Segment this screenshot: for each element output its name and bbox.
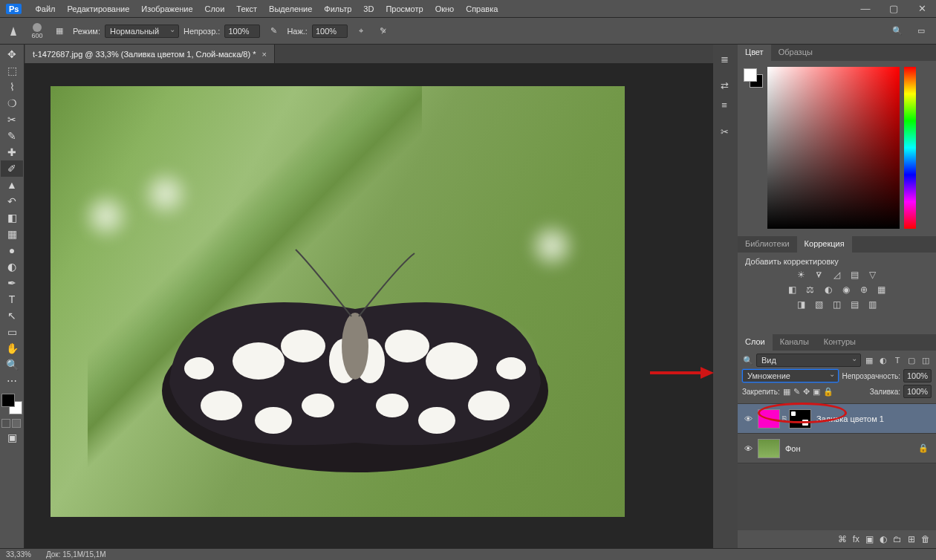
blend-mode-select[interactable]: Нормальный	[105, 25, 179, 38]
window-minimize-icon[interactable]: —	[851, 1, 880, 17]
new-adjustment-layer-icon[interactable]: ◐	[880, 534, 887, 544]
marquee-tool[interactable]: ⬚	[1, 62, 23, 79]
current-tool-icon[interactable]	[6, 22, 24, 40]
link-layers-icon[interactable]: ⌘	[838, 534, 847, 544]
foreground-color-swatch[interactable]	[1, 394, 15, 407]
tab-channels[interactable]: Каналы	[773, 334, 816, 351]
dodge-tool[interactable]: ◐	[1, 258, 23, 275]
filter-type-icon[interactable]: T	[891, 356, 903, 365]
layer-item[interactable]: 👁 ⎘ Заливка цветом 1	[738, 404, 936, 434]
tablet-pressure-icon[interactable]: ✎̷	[374, 22, 392, 40]
filter-pixel-icon[interactable]: ▦	[863, 356, 875, 365]
zoom-tool[interactable]: 🔍	[1, 356, 23, 373]
properties-panel-icon[interactable]: ⇄	[713, 76, 735, 95]
pen-tool[interactable]: ✒	[1, 275, 23, 291]
hue-slider[interactable]	[904, 67, 916, 229]
filter-adj-icon[interactable]: ◐	[877, 356, 889, 365]
add-mask-icon[interactable]: ▣	[865, 534, 874, 544]
tab-color[interactable]: Цвет	[738, 45, 771, 61]
new-group-icon[interactable]: 🗀	[893, 534, 902, 544]
lock-all-icon[interactable]: 🔒	[823, 387, 833, 397]
blur-tool[interactable]: ●	[1, 242, 23, 258]
close-tab-icon[interactable]: ×	[261, 50, 266, 59]
opacity-pressure-icon[interactable]: ✎	[264, 22, 282, 40]
crop-tool[interactable]: ✂	[1, 111, 23, 128]
layer-mask-thumbnail[interactable]	[789, 409, 811, 429]
layer-fill-input[interactable]: 100%	[903, 385, 932, 398]
menu-window[interactable]: Окно	[429, 4, 461, 13]
search-icon[interactable]: 🔍	[888, 22, 906, 40]
colorlookup-adj-icon[interactable]: ▦	[875, 284, 888, 296]
menu-help[interactable]: Справка	[460, 4, 504, 13]
history-brush-tool[interactable]: ↶	[1, 193, 23, 209]
layer-search-icon[interactable]: 🔍	[742, 356, 754, 365]
threshold-adj-icon[interactable]: ◫	[831, 299, 844, 310]
color-swatches[interactable]	[1, 394, 22, 414]
canvas-area[interactable]	[25, 64, 713, 548]
edit-toolbar-icon[interactable]: ⋯	[1, 373, 23, 389]
posterize-adj-icon[interactable]: ▧	[813, 299, 826, 310]
menu-filter[interactable]: Фильтр	[318, 4, 357, 13]
curves-adj-icon[interactable]: ◿	[831, 269, 844, 281]
workspace-select-icon[interactable]: ▭	[912, 22, 930, 40]
tab-adjustments[interactable]: Коррекция	[797, 236, 852, 253]
airbrush-icon[interactable]: ⌖	[352, 22, 370, 40]
quick-mask-toggle[interactable]	[0, 419, 22, 429]
window-maximize-icon[interactable]: ▢	[880, 1, 908, 17]
tab-swatches[interactable]: Образцы	[771, 45, 820, 61]
layer-fill-thumbnail[interactable]	[758, 409, 780, 429]
levels-adj-icon[interactable]: ⛛	[813, 269, 826, 281]
menu-layers[interactable]: Слои	[199, 4, 231, 13]
brush-tool[interactable]: ✐	[1, 160, 23, 177]
exposure-adj-icon[interactable]: ▤	[848, 269, 862, 281]
brush-preset-picker[interactable]: 600	[28, 21, 46, 42]
hand-tool[interactable]: ✋	[1, 340, 23, 356]
brush-panel-toggle-icon[interactable]: ▦	[51, 22, 68, 40]
layer-item[interactable]: 👁 Фон 🔒	[738, 434, 936, 463]
layer-fx-icon[interactable]: fx	[853, 534, 859, 544]
flow-input[interactable]: 100%	[312, 25, 348, 38]
menu-select[interactable]: Выделение	[263, 4, 318, 13]
lock-position-icon[interactable]: ✥	[803, 387, 810, 397]
menu-file[interactable]: Файл	[29, 4, 61, 13]
invert-adj-icon[interactable]: ◨	[795, 299, 808, 310]
tab-paths[interactable]: Контуры	[816, 334, 863, 351]
document-tab[interactable]: t-1472687.jpg @ 33,3% (Заливка цветом 1,…	[25, 45, 275, 63]
delete-layer-icon[interactable]: 🗑	[921, 534, 930, 544]
layer-name[interactable]: Фон	[785, 444, 801, 453]
spot-heal-tool[interactable]: ✚	[1, 144, 23, 160]
history-panel-icon[interactable]: ≣	[713, 49, 735, 68]
document-canvas[interactable]	[51, 86, 625, 517]
gradientmap-adj-icon[interactable]: ▤	[848, 299, 862, 310]
move-tool[interactable]: ✥	[1, 46, 23, 62]
filter-shape-icon[interactable]: ▢	[906, 356, 917, 365]
lock-transparent-icon[interactable]: ▦	[783, 387, 790, 397]
menu-view[interactable]: Просмотр	[380, 4, 429, 13]
layer-opacity-input[interactable]: 100%	[903, 369, 932, 382]
bw-adj-icon[interactable]: ◐	[822, 284, 835, 296]
layer-name[interactable]: Заливка цветом 1	[816, 414, 884, 423]
lasso-tool[interactable]: ⌇	[1, 79, 23, 95]
vibrance-adj-icon[interactable]: ▽	[866, 269, 880, 281]
shape-tool[interactable]: ▭	[1, 324, 23, 340]
path-select-tool[interactable]: ↖	[1, 307, 23, 324]
menu-image[interactable]: Изображение	[135, 4, 198, 13]
adjustments-panel-icon[interactable]: ✂	[713, 122, 735, 141]
lock-image-icon[interactable]: ✎	[793, 387, 800, 397]
tab-libraries[interactable]: Библиотеки	[738, 236, 797, 253]
filter-smart-icon[interactable]: ◫	[920, 356, 932, 365]
color-swatch-pair[interactable]	[744, 68, 763, 88]
menu-text[interactable]: Текст	[230, 4, 263, 13]
lock-artboard-icon[interactable]: ▣	[813, 387, 820, 397]
layer-image-thumbnail[interactable]	[758, 439, 780, 458]
type-tool[interactable]: T	[1, 291, 23, 307]
quick-select-tool[interactable]: ❍	[1, 95, 23, 111]
layer-filter-select[interactable]: Вид	[756, 354, 861, 367]
new-layer-icon[interactable]: ⊞	[908, 534, 915, 544]
hue-adj-icon[interactable]: ◧	[786, 284, 799, 296]
layer-visibility-icon[interactable]: 👁	[741, 414, 755, 423]
menu-edit[interactable]: Редактирование	[62, 4, 136, 13]
window-close-icon[interactable]: ✕	[908, 1, 936, 17]
layer-visibility-icon[interactable]: 👁	[741, 444, 755, 453]
tab-layers[interactable]: Слои	[738, 334, 773, 351]
